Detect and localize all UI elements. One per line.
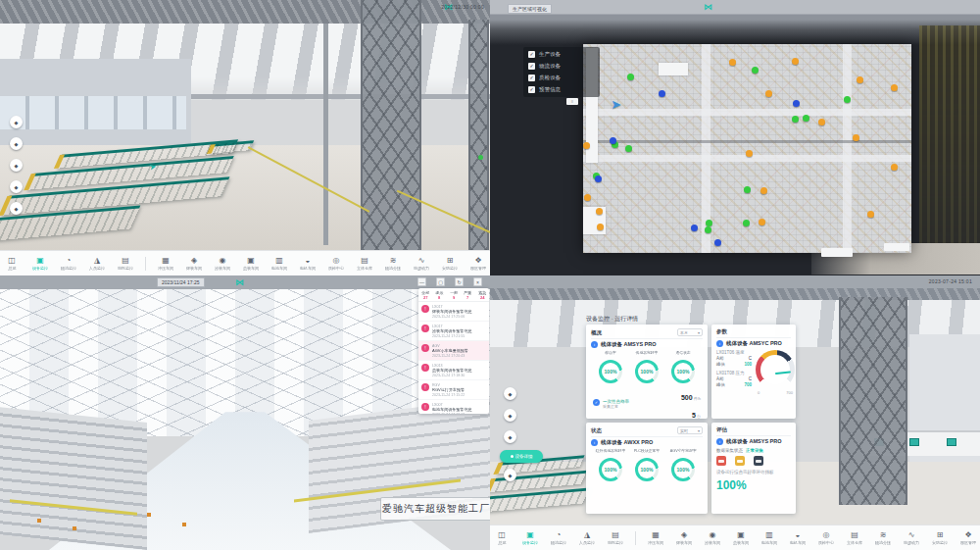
toolbar-item[interactable]: ▦冲压车间 (647, 531, 664, 545)
viewport-3d-factory[interactable]: ➤ ◆◆◆◆◆ ⋈ 2022/12/30 00:00 ◫总览▣设备监控◔物流监控… (0, 0, 490, 275)
alarm-item[interactable]: !LX007电池车间设备预警信息2023-11-24 17:12:08 (418, 400, 489, 414)
green-status-dot[interactable] (752, 67, 759, 74)
alarm-item[interactable]: !LX017焊装车间设备预警信息2023-11-24 17:25:06 (418, 302, 489, 322)
toolbar-item[interactable]: ◔物流监控 (60, 257, 77, 271)
orange-status-dot[interactable] (729, 59, 736, 66)
legend-item[interactable]: ✓生产设备 (528, 51, 595, 58)
toolbar-item[interactable]: ▤立体仓库 (846, 531, 863, 545)
toolbar-item[interactable]: ◉涂装车间 (704, 531, 721, 545)
alarm-tab[interactable]: 紧急24 (475, 290, 489, 300)
map-scale-control[interactable] (821, 248, 853, 257)
viewport-factory-map[interactable]: 生产区域可视化 ⋈ ✓生产设备✓物流设备✓质检设备✓预警信息 ≡ ➤ (490, 0, 980, 275)
orange-status-dot[interactable] (853, 134, 859, 141)
orange-status-dot[interactable] (891, 84, 898, 91)
orange-status-dot[interactable] (759, 219, 765, 225)
orange-status-dot[interactable] (596, 208, 603, 215)
orange-status-dot[interactable] (857, 76, 863, 83)
green-status-dot[interactable] (844, 96, 851, 103)
toolbar-item[interactable]: ▣总装车间 (732, 531, 750, 545)
toolbar-item[interactable]: ▣设备监控 (31, 257, 49, 271)
toolbar-item[interactable]: ▥电池车间 (760, 531, 778, 545)
toolbar-item[interactable]: ≋物流分拣 (874, 531, 892, 545)
window-button[interactable]: ▢ (436, 277, 445, 286)
device-marker-badge[interactable]: ◆ (10, 202, 23, 215)
orange-status-dot[interactable] (765, 90, 772, 97)
period-dropdown[interactable]: 实时 ▾ (677, 426, 703, 434)
device-marker-badge[interactable]: ◆ (10, 159, 23, 172)
device-marker-badge[interactable]: ◆ (504, 409, 516, 422)
collapse-button[interactable]: ≡ (566, 98, 578, 105)
orange-status-dot[interactable] (867, 211, 874, 218)
orange-status-dot[interactable] (746, 150, 753, 157)
toolbar-item[interactable]: ◮人员监控 (88, 257, 106, 271)
toolbar-item[interactable]: ◫总览 (3, 257, 21, 271)
toolbar-item[interactable]: ∿能源动力 (413, 257, 430, 271)
blue-status-dot[interactable] (595, 175, 602, 182)
blue-status-dot[interactable] (691, 225, 698, 231)
toolbar-item[interactable]: ▤能耗监控 (607, 531, 624, 545)
orange-status-dot[interactable] (584, 194, 591, 201)
green-status-dot[interactable] (625, 145, 632, 152)
toolbar-item[interactable]: ⊞安防监控 (931, 531, 949, 545)
orange-status-dot[interactable] (760, 187, 767, 194)
green-status-dot[interactable] (792, 116, 799, 123)
device-marker-badge[interactable]: ◆ (504, 430, 516, 443)
green-status-dot[interactable] (627, 74, 634, 80)
orange-status-dot[interactable] (818, 119, 825, 125)
device-marker-badge[interactable]: ◆ (10, 180, 23, 193)
green-status-dot[interactable] (744, 186, 751, 193)
window-button[interactable]: ↻ (455, 277, 464, 286)
green-status-dot[interactable] (743, 220, 750, 226)
viewport-device-dashboard[interactable]: 2023-07-24 15:01 ◆◆◆ 设备详情 ◆ 设备监控 · 运行详情 … (490, 275, 980, 550)
device-marker-badge[interactable]: ◆ (10, 137, 23, 150)
toolbar-item[interactable]: ◒电机车间 (789, 531, 807, 545)
minimap[interactable] (884, 243, 909, 251)
vehicle-icon[interactable] (735, 456, 745, 466)
toolbar-item[interactable]: ▥电池车间 (270, 257, 288, 271)
vehicle-icon[interactable] (754, 456, 763, 466)
viewport-3d-aisle[interactable]: 2023/11/24 17:25 ⋈ —▢↻× 全部27提示8一般9严重7紧急2… (0, 275, 490, 550)
alarm-tab[interactable]: 一般9 (447, 290, 461, 300)
legend-item[interactable]: ✓物流设备 (528, 63, 595, 70)
period-dropdown[interactable]: 本月 ▾ (677, 328, 703, 336)
toolbar-item[interactable]: ▦冲压车间 (157, 257, 174, 271)
blue-status-dot[interactable] (793, 100, 800, 107)
toolbar-item[interactable]: ◫总览 (493, 531, 511, 545)
alarm-item[interactable]: !LX013总装车间设备预警信息2023-11-24 17:18:30 (418, 361, 489, 380)
orange-status-dot[interactable] (597, 224, 604, 230)
toolbar-item[interactable]: ◈焊装车间 (185, 257, 203, 271)
alarm-item[interactable]: !RGVRGV运行异常预警2023-11-24 17:15:22 (418, 380, 489, 400)
toolbar-item[interactable]: ◎质检中心 (817, 531, 835, 545)
alarm-item[interactable]: !AGVAGV小车电量低预警2023-11-24 17:20:43 (418, 341, 489, 361)
toolbar-item[interactable]: ▤能耗监控 (117, 257, 134, 271)
toolbar-item[interactable]: ∿能源动力 (903, 531, 920, 545)
window-button[interactable]: × (473, 277, 482, 286)
device-marker-badge[interactable]: ◆ (10, 116, 23, 128)
machine-row[interactable] (490, 487, 590, 512)
blue-status-dot[interactable] (714, 239, 721, 246)
green-status-dot[interactable] (706, 220, 712, 226)
legend-item[interactable]: ✓预警信息 (528, 86, 595, 93)
device-marker-badge[interactable]: ◆ (504, 469, 516, 481)
toolbar-item[interactable]: ▣设备监控 (521, 531, 539, 545)
toolbar-item[interactable]: ◉涂装车间 (214, 257, 231, 271)
toolbar-item[interactable]: ◈焊装车间 (675, 531, 693, 545)
vehicle-icon[interactable] (716, 456, 726, 466)
toolbar-item[interactable]: ◒电机车间 (299, 257, 317, 271)
green-status-dot[interactable] (705, 226, 711, 233)
factory-map[interactable]: ➤ (583, 44, 911, 253)
alarm-item[interactable]: !LX017涂装车间设备预警信息2023-11-24 17:21:55 (418, 322, 489, 341)
toolbar-item[interactable]: ⊞安防监控 (441, 257, 459, 271)
blue-status-dot[interactable] (659, 90, 665, 97)
legend-item[interactable]: ✓质检设备 (528, 75, 595, 81)
toolbar-item[interactable]: ❖园区管理 (469, 257, 487, 271)
toolbar-item[interactable]: ◎质检中心 (327, 257, 345, 271)
alarm-tab[interactable]: 提示8 (432, 290, 446, 300)
toolbar-item[interactable]: ◔物流监控 (550, 531, 567, 545)
orange-status-dot[interactable] (891, 164, 898, 171)
toolbar-item[interactable]: ▤立体仓库 (356, 257, 373, 271)
alarm-tab[interactable]: 全部27 (418, 290, 432, 300)
toolbar-item[interactable]: ≋物流分拣 (384, 257, 402, 271)
device-marker-badge[interactable]: ◆ (504, 387, 516, 400)
toolbar-item[interactable]: ◮人员监控 (578, 531, 596, 545)
